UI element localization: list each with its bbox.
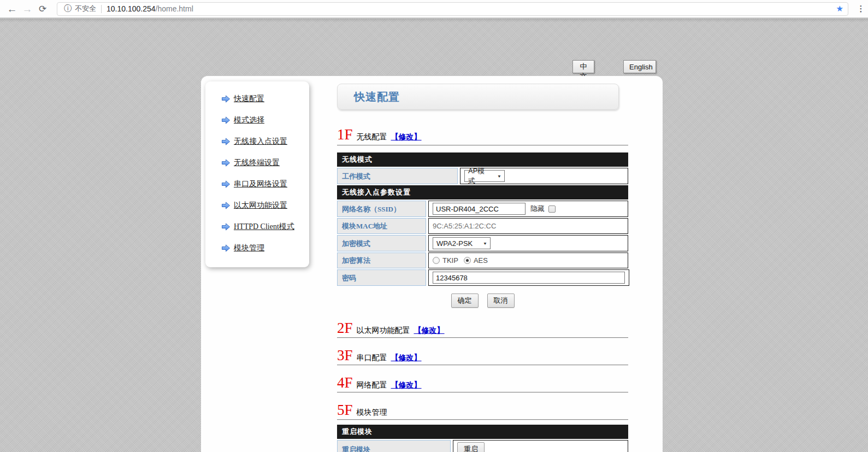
- restart-cell: 重启: [453, 440, 628, 452]
- reload-icon[interactable]: ⟳: [35, 4, 50, 14]
- modify-link[interactable]: 【修改】: [391, 380, 422, 390]
- restart-button[interactable]: 重启: [457, 442, 485, 452]
- encryption-mode-cell: WPA2-PSK ▼: [428, 235, 628, 251]
- table-row: 网络名称（SSID） 隐藏: [337, 201, 628, 217]
- info-icon[interactable]: ⓘ: [64, 4, 72, 14]
- form-buttons: 确定 取消: [337, 293, 628, 308]
- section-number: 4F: [337, 375, 353, 390]
- table-row: 重启模块 重启: [337, 440, 628, 452]
- password-input[interactable]: [433, 272, 625, 284]
- sidebar-item-quick-config[interactable]: 快速配置: [205, 88, 309, 109]
- section-3f-head: 3F 串口配置 【修改】: [337, 348, 628, 363]
- section-label: 无线配置: [357, 132, 387, 142]
- sidebar-item-mode-select[interactable]: 模式选择: [205, 109, 309, 131]
- ap-params-table: 无线接入点参数设置 网络名称（SSID） 隐藏 模块MAC地址 9C:A5:25…: [337, 185, 628, 286]
- sidebar-item-label[interactable]: 以太网功能设置: [234, 201, 287, 210]
- mac-cell: 9C:A5:25:A1:2C:CC: [428, 218, 628, 234]
- hide-label: 隐藏: [530, 204, 545, 214]
- work-mode-value: AP模式: [468, 166, 492, 186]
- modify-link[interactable]: 【修改】: [391, 132, 422, 142]
- sidebar-item-label[interactable]: 无线接入点设置: [234, 137, 287, 146]
- sidebar-item-label[interactable]: 快速配置: [234, 94, 264, 104]
- sidebar-item-label[interactable]: 无线终端设置: [234, 158, 280, 168]
- mac-label: 模块MAC地址: [337, 218, 426, 234]
- wireless-mode-table: 无线模式 工作模式 AP模式 ▼: [337, 152, 628, 184]
- arrow-right-icon: [221, 244, 231, 252]
- section-number: 1F: [337, 127, 353, 142]
- sidebar-item-httpd-client[interactable]: HTTPD Client模式: [205, 216, 309, 237]
- modify-link[interactable]: 【修改】: [414, 326, 445, 336]
- main-content: 快速配置 1F 无线配置 【修改】 无线模式 工作模式 AP模式: [337, 84, 628, 452]
- aes-label: AES: [474, 256, 488, 265]
- screen: ← → ⟳ ⓘ 不安全 10.10.100.254 /home.html ★ ⋮…: [0, 0, 868, 452]
- bookmark-star-icon[interactable]: ★: [836, 4, 843, 14]
- table-row: 加密算法 TKIP AES: [337, 253, 628, 268]
- work-mode-label: 工作模式: [337, 168, 458, 184]
- section-4f-head: 4F 网络配置 【修改】: [337, 375, 628, 391]
- browser-toolbar: ← → ⟳ ⓘ 不安全 10.10.100.254 /home.html ★ ⋮: [0, 0, 868, 18]
- sidebar-item-label[interactable]: 模块管理: [234, 243, 264, 253]
- sidebar-item-label[interactable]: 串口及网络设置: [234, 179, 287, 189]
- lang-chinese-button[interactable]: 中文: [572, 60, 594, 73]
- section-label: 模块管理: [357, 408, 387, 418]
- modify-link[interactable]: 【修改】: [391, 353, 422, 363]
- divider: [337, 392, 628, 393]
- chevron-down-icon: ▼: [483, 241, 487, 245]
- divider: [337, 337, 628, 338]
- back-icon[interactable]: ←: [4, 4, 20, 14]
- section-1f-head: 1F 无线配置 【修改】: [337, 127, 628, 143]
- ssid-input[interactable]: [433, 203, 525, 215]
- password-cell: [428, 269, 629, 286]
- sidebar-item-module-manage[interactable]: 模块管理: [205, 237, 309, 259]
- sidebar-item-sta-settings[interactable]: 无线终端设置: [205, 152, 309, 173]
- sidebar-item-ap-settings[interactable]: 无线接入点设置: [205, 131, 309, 152]
- hide-checkbox[interactable]: [548, 206, 556, 213]
- encryption-mode-label: 加密模式: [337, 235, 426, 251]
- sidebar-item-serial-network[interactable]: 串口及网络设置: [205, 173, 309, 195]
- arrow-right-icon: [221, 180, 231, 188]
- divider: [337, 145, 628, 146]
- sidebar-item-label[interactable]: HTTPD Client模式: [234, 222, 294, 232]
- ssid-label: 网络名称（SSID）: [337, 201, 426, 217]
- section-5f-head: 5F 模块管理: [337, 403, 628, 418]
- encryption-alg-cell: TKIP AES: [428, 253, 628, 268]
- encryption-mode-select[interactable]: WPA2-PSK ▼: [433, 237, 491, 249]
- section-number: 2F: [337, 321, 353, 336]
- url-bar[interactable]: ⓘ 不安全 10.10.100.254 /home.html ★: [57, 2, 848, 16]
- tkip-radio[interactable]: [433, 257, 440, 264]
- lang-english-button[interactable]: English: [623, 60, 656, 73]
- mac-value: 9C:A5:25:A1:2C:CC: [433, 222, 496, 230]
- arrow-right-icon: [221, 95, 231, 103]
- section-number: 5F: [337, 403, 353, 418]
- ssid-cell: 隐藏: [428, 201, 628, 217]
- url-separator: [101, 5, 102, 13]
- content-panel: 快速配置 模式选择 无线接入点设置 无线终端设置 串口及网络设置: [201, 76, 663, 452]
- restart-table: 重启模块 重启模块 重启: [337, 425, 628, 452]
- sidebar-item-ethernet[interactable]: 以太网功能设置: [205, 195, 309, 216]
- cancel-button[interactable]: 取消: [487, 293, 515, 308]
- forward-icon: →: [20, 4, 35, 14]
- table-row: 密码: [337, 269, 628, 286]
- table-header: 无线模式: [337, 152, 628, 167]
- page-background: 中文 English 快速配置 模式选择 无线接入点设置: [0, 19, 868, 452]
- section-label: 串口配置: [357, 353, 387, 363]
- restart-label: 重启模块: [337, 440, 451, 452]
- section-label: 以太网功能配置: [357, 326, 410, 336]
- sidebar-item-label[interactable]: 模式选择: [234, 115, 264, 125]
- url-host: 10.10.100.254: [107, 4, 156, 13]
- ok-button[interactable]: 确定: [451, 293, 479, 308]
- aes-radio[interactable]: [464, 257, 471, 264]
- arrow-right-icon: [221, 116, 231, 124]
- tkip-label: TKIP: [442, 256, 458, 265]
- divider: [337, 419, 628, 420]
- browser-menu-icon[interactable]: ⋮: [854, 4, 868, 14]
- table-row: 模块MAC地址 9C:A5:25:A1:2C:CC: [337, 218, 628, 234]
- page-title: 快速配置: [354, 90, 400, 104]
- url-path: /home.html: [156, 4, 193, 13]
- table-row: 工作模式 AP模式 ▼: [337, 168, 628, 184]
- arrow-right-icon: [221, 202, 231, 209]
- table-row: 加密模式 WPA2-PSK ▼: [337, 235, 628, 251]
- work-mode-select[interactable]: AP模式 ▼: [464, 170, 505, 182]
- arrow-right-icon: [221, 138, 231, 145]
- chevron-down-icon: ▼: [497, 174, 501, 178]
